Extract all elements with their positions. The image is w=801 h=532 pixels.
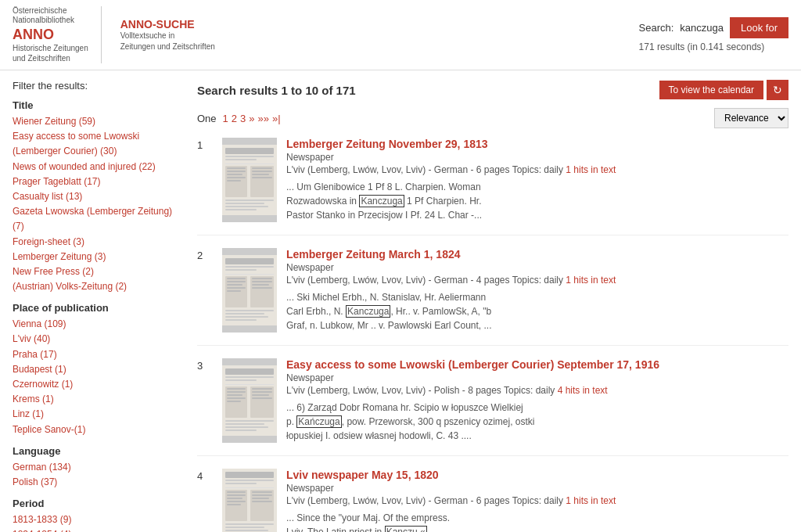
result-thumbnail[interactable]	[222, 248, 277, 332]
filter-item[interactable]: Praha (17)	[13, 347, 185, 362]
arrow-last[interactable]: »|	[272, 113, 281, 124]
result-number: 3	[197, 358, 213, 443]
relevance-select[interactable]: Relevance Date	[714, 108, 788, 128]
result-meta: L'viv (Lemberg, Lwów, Lvov, Lviv) - Germ…	[286, 164, 788, 175]
result-meta: L'viv (Lemberg, Lwów, Lvov, Lviv) - Germ…	[286, 275, 788, 286]
header: ÖsterreichischeNationalbibliothek ANNO H…	[0, 0, 801, 70]
result-snippet: ... Since the "your Maj. Of the empress.…	[286, 511, 788, 532]
svg-rect-36	[225, 310, 274, 311]
search-bar-area: Search: kanczuga Look for 171 results (i…	[639, 17, 788, 52]
result-title[interactable]: Lemberger Zeitung November 29, 1813	[286, 138, 488, 150]
result-type: Newspaper	[286, 372, 788, 383]
filter-item[interactable]: Gazeta Lwowska (Lemberger Zeitung) (7)	[13, 204, 185, 234]
svg-rect-64	[225, 487, 274, 488]
result-item: 1 Lemberger Zeitung November 29, 1813New…	[197, 138, 788, 235]
filter-item[interactable]: Czernowitz (1)	[13, 377, 185, 392]
result-thumbnail[interactable]	[222, 469, 277, 532]
calendar-icon-button[interactable]: ↻	[767, 80, 788, 100]
result-type: Newspaper	[286, 262, 788, 273]
filter-item[interactable]: 1834-1854 (4)	[13, 527, 185, 532]
filter-item[interactable]: News of wounded and injured (22)	[13, 160, 185, 174]
filter-item[interactable]: Budapest (1)	[13, 362, 185, 377]
svg-rect-75	[252, 501, 272, 502]
filter-item[interactable]: L'viv (40)	[13, 332, 185, 347]
filter-item[interactable]: Vienna (109)	[13, 317, 185, 332]
filter-item[interactable]: 1813-1833 (9)	[13, 512, 185, 527]
svg-rect-33	[252, 281, 272, 282]
svg-rect-68	[227, 494, 246, 496]
pagination-row: One 1 2 3 » »» »| Relevance Date	[197, 108, 788, 128]
result-snippet: ... 6) Zarząd Dobr Romana hr. Scipio w ł…	[286, 401, 788, 443]
filter-item[interactable]: Lemberger Zeitung (3)	[13, 250, 185, 264]
svg-rect-29	[227, 284, 242, 286]
org-name: ÖsterreichischeNationalbibliothek	[13, 6, 88, 25]
results-area: Search results 1 to 10 of 171 To view th…	[197, 80, 788, 532]
result-snippet: ... Ski Michel Erbh., N. Stanislav, Hr. …	[286, 290, 788, 332]
calendar-button[interactable]: To view the calendar	[659, 81, 763, 99]
svg-rect-41	[225, 368, 274, 375]
svg-rect-23	[225, 269, 257, 271]
filter-item[interactable]: Wiener Zeitung (59)	[13, 114, 185, 129]
page-2[interactable]: 2	[232, 113, 237, 124]
svg-rect-54	[252, 394, 269, 396]
filter-section-title: Place of publication	[13, 302, 185, 314]
filter-item[interactable]: New Free Press (2)	[13, 264, 185, 279]
svg-rect-48	[227, 391, 246, 393]
result-number: 2	[197, 248, 213, 332]
calendar-btn-area: To view the calendar ↻	[659, 80, 788, 100]
result-content: Lemberger Zeitung March 1, 1824Newspaper…	[286, 248, 788, 332]
results-topbar: Search results 1 to 10 of 171 To view th…	[197, 80, 788, 100]
filter-item[interactable]: Linz (1)	[13, 407, 185, 422]
svg-rect-27	[227, 278, 246, 279]
sidebar: Filter the results: TitleWiener Zeitung …	[13, 80, 185, 532]
svg-rect-21	[225, 258, 274, 264]
svg-rect-12	[252, 167, 272, 169]
result-title[interactable]: Easy access to some Lwowski (Lemberger C…	[286, 358, 659, 371]
look-for-button[interactable]: Look for	[730, 17, 788, 38]
svg-rect-43	[225, 379, 257, 381]
filter-item[interactable]: Casualty list (13)	[13, 189, 185, 204]
svg-rect-34	[252, 284, 269, 286]
svg-rect-56	[225, 420, 274, 422]
logo-area: ÖsterreichischeNationalbibliothek ANNO H…	[13, 6, 102, 63]
svg-rect-76	[225, 523, 274, 525]
highlight-word: Kańczuga	[296, 415, 341, 428]
arrow-next-next[interactable]: »»	[258, 113, 269, 124]
filter-item[interactable]: German (134)	[13, 460, 185, 475]
svg-rect-51	[227, 401, 241, 402]
filter-item[interactable]: Teplice Sanov-(1)	[13, 422, 185, 437]
results-info: 171 results (in 0.141 seconds)	[639, 41, 765, 52]
results-list: 1 Lemberger Zeitung November 29, 1813New…	[197, 138, 788, 532]
one-label: One	[197, 113, 217, 124]
svg-rect-70	[227, 501, 246, 502]
filter-item[interactable]: Prager Tageblatt (17)	[13, 174, 185, 189]
svg-rect-62	[225, 480, 274, 481]
main-container: Filter the results: TitleWiener Zeitung …	[0, 70, 801, 532]
filter-item[interactable]: Foreign-sheet (3)	[13, 235, 185, 250]
svg-rect-1	[225, 148, 274, 154]
highlight-word: Kanczuga	[346, 305, 390, 318]
svg-rect-47	[227, 388, 246, 390]
result-title[interactable]: Lemberger Zeitung March 1, 1824	[286, 248, 461, 261]
svg-rect-32	[252, 278, 272, 279]
result-thumbnail[interactable]	[222, 358, 277, 443]
svg-rect-11	[227, 180, 241, 182]
result-thumbnail[interactable]	[222, 138, 277, 222]
result-title[interactable]: Lviv newspaper May 15, 1820	[286, 469, 439, 481]
arrow-next[interactable]: »	[249, 113, 254, 124]
svg-rect-71	[227, 504, 241, 505]
svg-rect-77	[225, 527, 264, 528]
svg-rect-55	[252, 397, 272, 399]
filter-item[interactable]: (Austrian) Volks-Zeitung (2)	[13, 279, 185, 294]
filter-section-title: Title	[13, 99, 185, 111]
result-item: 2 Lemberger Zeitung March 1, 1824Newspap…	[197, 248, 788, 346]
result-snippet: ... Um Glenibowice 1 Pf 8 L. Charpien. W…	[286, 180, 788, 222]
filter-item[interactable]: Easy access to some Lwowski (Lemberger C…	[13, 129, 185, 159]
svg-rect-73	[252, 494, 272, 496]
filter-item[interactable]: Polish (37)	[13, 475, 185, 490]
filter-item[interactable]: Krems (1)	[13, 392, 185, 407]
page-3[interactable]: 3	[240, 113, 246, 124]
page-1[interactable]: 1	[223, 113, 228, 124]
search-value: kanczuga	[680, 22, 724, 34]
svg-rect-4	[225, 164, 274, 164]
